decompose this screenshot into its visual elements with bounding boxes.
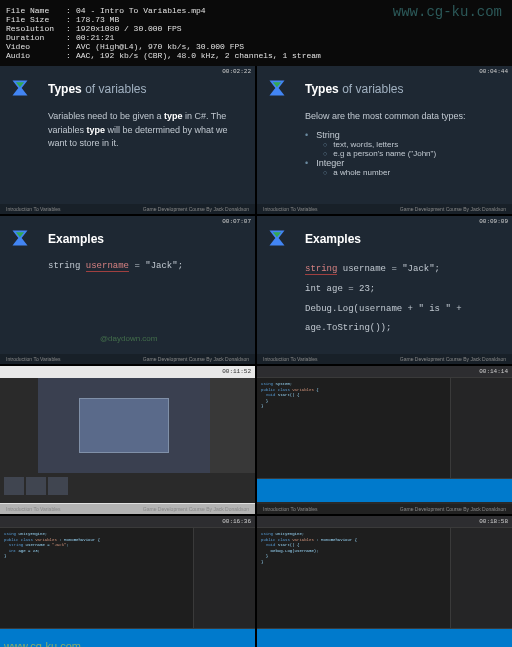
- metadata-row-duration: Duration:00:21:21: [6, 33, 506, 42]
- slide-footer: Introduction To VariablesGame Developmen…: [257, 354, 512, 364]
- ide-menubar: [257, 366, 512, 378]
- thumbnail-2: 00:04:44 Types of variables Below are th…: [257, 66, 512, 214]
- slide-footer: Introduction To VariablesGame Developmen…: [0, 354, 255, 364]
- jetpack-compose-icon: [267, 78, 287, 102]
- ide-editor: using UnityEngine; public class Variable…: [0, 528, 193, 628]
- timestamp: 00:02:22: [222, 68, 251, 75]
- code-block: string username = "Jack"; int age = 23; …: [305, 260, 492, 339]
- jetpack-compose-icon: [267, 228, 287, 252]
- watermark-top: www.cg-ku.com: [393, 4, 502, 20]
- timestamp: 00:11:52: [222, 368, 251, 375]
- sublist-item: text, words, letters: [323, 140, 492, 149]
- list-intro: Below are the most common data types:: [305, 110, 492, 124]
- slide-footer: Introduction To VariablesGame Developmen…: [257, 504, 512, 514]
- slide-footer: Introduction To VariablesGame Developmen…: [0, 204, 255, 214]
- thumbnail-6: 00:14:14 using System; public class Vari…: [257, 366, 512, 514]
- unity-toolbar: [0, 366, 255, 378]
- thumbnail-7: 00:16:36 using UnityEngine; public class…: [0, 516, 255, 647]
- timestamp: 00:18:58: [479, 518, 508, 525]
- timestamp: 00:04:44: [479, 68, 508, 75]
- jetpack-compose-icon: [10, 228, 30, 252]
- timestamp: 00:07:07: [222, 218, 251, 225]
- timestamp: 00:14:14: [479, 368, 508, 375]
- watermark-bottom: www.cg-ku.com: [4, 640, 81, 647]
- ide-menubar: [0, 516, 255, 528]
- code-line: string username = "Jack";: [48, 260, 235, 274]
- ide-statusbar: [257, 628, 512, 647]
- unity-hierarchy: [0, 378, 38, 473]
- metadata-row-audio: Audio:AAC, 192 kb/s (CBR), 48.0 kHz, 2 c…: [6, 51, 506, 60]
- slide-title: Examples: [48, 232, 235, 246]
- asset-icon: [26, 477, 46, 495]
- ide-editor: using UnityEngine; public class Variable…: [257, 528, 450, 628]
- thumbnail-grid: 00:02:22 Types of variables Variables ne…: [0, 66, 512, 647]
- timestamp: 00:09:09: [479, 218, 508, 225]
- ide-sidepanel: [450, 528, 513, 628]
- jetpack-compose-icon: [10, 78, 30, 102]
- ide-editor: using System; public class Variables { v…: [257, 378, 450, 478]
- thumbnail-3: 00:07:07 Examples string username = "Jac…: [0, 216, 255, 364]
- thumbnail-5: 00:11:52 Introduction To VariablesGame D…: [0, 366, 255, 514]
- slide-title: Types of variables: [48, 82, 235, 96]
- list-item: Integer a whole number: [305, 158, 492, 177]
- ide-sidepanel: [193, 528, 256, 628]
- unity-inspector: [210, 378, 255, 473]
- watermark-center: @daydown.com: [100, 334, 157, 343]
- ide-statusbar: [257, 478, 512, 502]
- unity-project-panel: [0, 473, 255, 503]
- asset-icon: [48, 477, 68, 495]
- timestamp: 00:16:36: [222, 518, 251, 525]
- types-list: String text, words, letters e.g a person…: [305, 130, 492, 177]
- slide-title: Examples: [305, 232, 492, 246]
- metadata-panel: File Name:04 - Intro To Variables.mp4 Fi…: [0, 0, 512, 66]
- ide-sidepanel: [450, 378, 513, 478]
- asset-icon: [4, 477, 24, 495]
- sublist-item: e.g a person's name ("John"): [323, 149, 492, 158]
- thumbnail-1: 00:02:22 Types of variables Variables ne…: [0, 66, 255, 214]
- metadata-row-video: Video:AVC (High@L4), 970 kb/s, 30.000 FP…: [6, 42, 506, 51]
- unity-canvas-rect: [79, 398, 169, 453]
- sublist-item: a whole number: [323, 168, 492, 177]
- slide-footer: Introduction To VariablesGame Developmen…: [257, 204, 512, 214]
- unity-scene-view: [38, 378, 210, 473]
- metadata-row-resolution: Resolution:1920x1080 / 30.000 FPS: [6, 24, 506, 33]
- slide-body: Variables need to be given a type in C#.…: [48, 110, 235, 151]
- slide-footer: Introduction To VariablesGame Developmen…: [0, 504, 255, 514]
- list-item: String text, words, letters e.g a person…: [305, 130, 492, 158]
- ide-menubar: [257, 516, 512, 528]
- slide-title: Types of variables: [305, 82, 492, 96]
- thumbnail-8: 00:18:58 using UnityEngine; public class…: [257, 516, 512, 647]
- thumbnail-4: 00:09:09 Examples string username = "Jac…: [257, 216, 512, 364]
